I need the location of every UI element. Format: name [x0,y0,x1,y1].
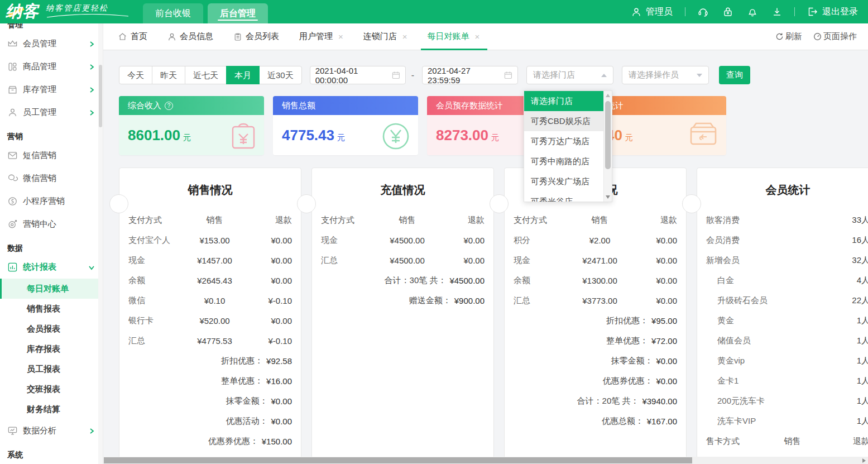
col-sales: 销售 [184,215,245,226]
sidebar-child-sales-report[interactable]: 销售报表 [0,299,103,319]
table-header: 支付方式 销售 退款 [312,210,493,230]
tab-label: 用户管理 [299,31,333,42]
scroll-up-icon[interactable] [606,94,610,97]
store-option[interactable]: 可秀光谷店 [524,192,605,202]
sidebar-child-finance-settlement[interactable]: 财务结算 [0,399,103,419]
stat-card-value: 8601.00 [128,127,180,144]
sidebar-item-label: 会员管理 [23,39,56,49]
sidebar-child-member-report[interactable]: 会员报表 [0,319,103,339]
user-icon [631,7,641,17]
scroll-down-icon[interactable] [606,195,610,199]
help-icon[interactable]: ? [165,102,173,110]
user-name: 管理员 [646,6,673,18]
dropdown-scrollbar-thumb[interactable] [605,101,611,169]
store-option[interactable]: 可秀中南路的店 [524,151,605,171]
chevron-up-icon [601,74,607,77]
panel-notch [109,194,128,213]
query-button[interactable]: 查询 [719,66,750,84]
chevron-right-icon [88,87,95,93]
sidebar-item-label: 数据分析 [23,425,56,436]
tab-chain-stores[interactable]: 连锁门店 × [363,23,407,50]
logout-button[interactable]: 退出登录 [807,6,858,18]
close-icon[interactable]: × [338,32,343,41]
end-datetime-input[interactable]: 2021-04-27 23:59:59 [422,66,518,84]
chevron-right-icon [88,64,95,70]
table-row: 支付宝个人¥153.00¥0.00 [119,230,301,250]
store-dropdown: 请选择门店 可秀CBD娱乐店 可秀万达广场店 可秀中南路的店 可秀兴发广场店 可… [524,90,612,202]
sidebar-item-staff-management[interactable]: 员工管理 [0,101,103,124]
user-menu[interactable]: 管理员 [631,6,673,18]
stat-cards-row: 综合收入 ? 8601.00元 销售总额 4775.43元 [119,96,868,155]
close-icon[interactable]: × [475,32,480,41]
goods-icon [7,61,18,72]
store-option[interactable]: 可秀兴发广场店 [524,171,605,192]
sidebar-item-statistic-reports[interactable]: 统计报表 [0,256,103,279]
tab-member-info[interactable]: 会员信息 [167,23,213,50]
summary-row: 优惠活动：¥0.00 [119,411,301,431]
sidebar-section-data: 数据 [0,240,103,256]
tab-user-management[interactable]: 用户管理 × [299,23,343,50]
operator-select[interactable]: 请选择操作员 [622,66,709,84]
page-operations-button[interactable]: 页面操作 [813,31,857,42]
store-option[interactable]: 可秀CBD娱乐店 [524,111,605,131]
sidebar-scrollbar-thumb[interactable] [99,65,102,127]
summary-row: 优惠总额：¥167.00 [505,411,686,431]
panel-consumption: 消费情况 支付方式 销售 退款 积分¥2.00¥0.00 现金¥2471.00¥… [504,168,687,464]
store-select[interactable]: 请选择门店 [526,66,613,84]
logo: 纳客 [6,1,39,23]
tab-member-list[interactable]: 会员列表 [233,23,279,50]
sidebar-item-miniprogram-marketing[interactable]: 小程序营销 [0,190,103,213]
nav-tab-backend-admin[interactable]: 后台管理 [208,3,268,23]
chevron-right-icon [88,109,95,116]
download-icon[interactable] [772,7,782,17]
sidebar-section-management: 管理 [0,23,103,32]
chevron-right-icon [88,428,95,434]
sidebar-item-member-management[interactable]: 会员管理 [0,32,103,55]
range-thismonth-button[interactable]: 本月 [226,66,260,84]
stat-card-unit: 元 [491,133,499,143]
sidebar-item-wechat-marketing[interactable]: 微信营销 [0,167,103,190]
lock-icon[interactable] [723,7,733,17]
horizontal-scrollbar[interactable] [103,457,868,464]
panel-notch [490,194,509,213]
person-icon [7,107,18,118]
sidebar-child-inventory-report[interactable]: 库存报表 [0,339,103,359]
sidebar-item-marketing-center[interactable]: 营销中心 [0,213,103,236]
range-last30days-button[interactable]: 近30天 [259,66,302,84]
tab-daily-statement[interactable]: 每日对账单 × [428,23,480,50]
sidebar-child-shift-report[interactable]: 交班报表 [0,379,103,399]
sidebar-scrollbar[interactable] [98,23,103,464]
panel-title: 销售情况 [119,168,301,210]
panel-member-stats: 会员统计 散客消费33人 会员消费16人 新增会员32人 白金4人 升级砖石会员… [697,168,868,464]
horizontal-scrollbar-thumb[interactable] [104,457,692,463]
sidebar-child-daily-statement[interactable]: 每日对账单 [0,279,103,299]
refresh-label: 刷新 [785,31,802,42]
dropdown-scrollbar[interactable] [603,91,612,202]
sidebar-item-data-analysis[interactable]: 数据分析 [0,419,103,442]
store-option[interactable]: 请选择门店 [524,91,605,111]
table-row: 现金¥4500.00¥0.00 [312,230,493,250]
summary-row: 抹零金额：¥0.00 [119,391,301,411]
bell-icon[interactable] [747,7,757,17]
store-option[interactable]: 可秀万达广场店 [524,131,605,151]
close-icon[interactable]: × [402,32,407,41]
sidebar-item-goods-management[interactable]: 商品管理 [0,55,103,78]
stat-card-unit: 元 [337,133,345,143]
sidebar-item-sms-marketing[interactable]: 短信营销 [0,144,103,167]
headset-icon[interactable] [698,7,708,17]
tab-home[interactable]: 首页 [118,23,147,50]
sidebar-child-staff-report[interactable]: 员工报表 [0,359,103,379]
range-last7days-button[interactable]: 近七天 [185,66,227,84]
sidebar-item-inventory-management[interactable]: 库存管理 [0,78,103,101]
sidebar-item-label: 短信营销 [23,150,56,161]
start-datetime-input[interactable]: 2021-04-01 00:00:00 [310,66,406,84]
refresh-button[interactable]: 刷新 [775,31,802,42]
divider [685,7,685,16]
range-yesterday-button[interactable]: 昨天 [152,66,185,84]
stat-row: 白金4人 [697,270,868,290]
nav-tab-front-cashier[interactable]: 前台收银 [143,3,203,23]
date-separator: - [411,70,414,80]
range-today-button[interactable]: 今天 [119,66,152,84]
tab-label: 每日对账单 [428,31,469,42]
scroll-right-icon[interactable] [862,458,866,463]
